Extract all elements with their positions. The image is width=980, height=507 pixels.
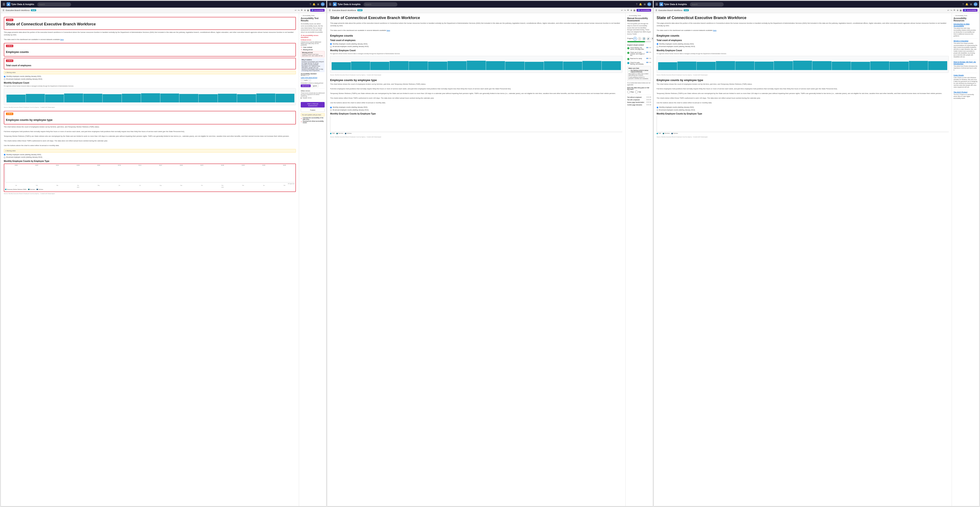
resource-2-title[interactable]: WCAG 2 Checklist bbox=[954, 40, 977, 42]
prev-btn[interactable]: ‹ bbox=[301, 79, 303, 81]
resources-breadcrumb[interactable]: ← Accessibility Tools bbox=[954, 15, 977, 16]
bell-icon-2[interactable]: 🔔 bbox=[639, 3, 642, 6]
rdot-3-3[interactable] bbox=[650, 102, 651, 103]
rdot-4-2[interactable] bbox=[648, 104, 649, 105]
search-input-3[interactable] bbox=[690, 2, 724, 6]
hamburger-icon-2[interactable]: ☰ bbox=[329, 3, 332, 6]
dot-1-1[interactable] bbox=[646, 47, 648, 48]
share-icon-3[interactable]: ⊕ bbox=[957, 9, 958, 11]
rdot-2-3[interactable] bbox=[650, 99, 651, 100]
learn-more-link[interactable]: Learn more about alt text bbox=[301, 77, 325, 78]
rdot-1-1[interactable] bbox=[646, 97, 648, 98]
step-icon-audio[interactable]: 🔊 bbox=[646, 37, 650, 41]
question-icon-2[interactable]: ? bbox=[636, 3, 637, 5]
datasets-link-2[interactable]: here bbox=[387, 29, 390, 31]
search-input-2[interactable] bbox=[364, 2, 398, 6]
datasets-link-3[interactable]: here bbox=[713, 29, 716, 31]
bell-icon-1[interactable]: 🔔 bbox=[313, 3, 315, 6]
redo-icon-2[interactable]: ↪ bbox=[624, 9, 626, 11]
radio-biannual-4[interactable]: Bi-annual employee counts (starting Janu… bbox=[330, 109, 622, 111]
radio-monthly-2[interactable]: Monthly employee counts (starting Januar… bbox=[4, 154, 296, 156]
redo-icon-1[interactable]: ↪ bbox=[298, 9, 299, 11]
radio-biannual-3[interactable]: Bi-annual employee counts (starting Janu… bbox=[330, 46, 622, 48]
pass-option[interactable]: Pass bbox=[627, 91, 634, 93]
dot-1-2[interactable] bbox=[648, 47, 649, 48]
grid-icon-3[interactable]: ⊞ bbox=[970, 3, 972, 6]
avatar-1[interactable]: PJ bbox=[321, 2, 325, 6]
resource-4-title[interactable]: Color Oracle bbox=[954, 74, 977, 76]
datasets-link-1[interactable]: here bbox=[60, 38, 64, 40]
eye-icon-1[interactable]: 👁 bbox=[301, 9, 303, 11]
eye-icon-2[interactable]: 👁 bbox=[627, 9, 629, 11]
dot-4-2[interactable] bbox=[648, 62, 649, 63]
undo-icon-1[interactable]: ↩ bbox=[295, 9, 296, 11]
grid-icon-1[interactable]: ⊞ bbox=[317, 3, 319, 6]
resource-1-title[interactable]: Introduction to Web Accessibility bbox=[954, 23, 977, 27]
accessibility-button-2[interactable]: ♿ Accessibility bbox=[636, 9, 651, 12]
next-btn[interactable]: › bbox=[308, 79, 311, 81]
rdot-4-3[interactable] bbox=[650, 104, 651, 105]
radio-biannual-1[interactable]: Bi-annual employee counts (starting Janu… bbox=[4, 78, 296, 80]
share-icon-1[interactable]: ⊕ bbox=[304, 9, 306, 11]
resource-3-title[interactable]: How to Design 'Alt Text': An Introductio… bbox=[954, 61, 977, 65]
search-input-1[interactable] bbox=[37, 2, 71, 6]
rdot-2-1[interactable] bbox=[646, 99, 648, 100]
dot-1-3[interactable] bbox=[650, 47, 651, 48]
radio-monthly-3[interactable]: Monthly employee counts (starting Januar… bbox=[330, 43, 622, 45]
table-icon-2[interactable]: ▦ bbox=[633, 9, 635, 11]
dot-3-2[interactable] bbox=[648, 58, 649, 59]
undo-icon-2[interactable]: ↩ bbox=[621, 9, 623, 11]
rdot-3-1[interactable] bbox=[646, 102, 648, 103]
start-manual-btn[interactable]: Start a Manual Assessment bbox=[301, 102, 325, 107]
table-icon-3[interactable]: ▦ bbox=[960, 9, 962, 11]
manual-breadcrumb[interactable]: ← Accessibility Tools bbox=[627, 15, 651, 16]
share-icon-2[interactable]: ⊕ bbox=[630, 9, 632, 11]
hamburger-icon-3[interactable]: ☰ bbox=[655, 3, 658, 6]
ignore-btn[interactable]: Ignore bbox=[311, 84, 318, 87]
radio-monthly-6[interactable]: Monthly employee counts (starting Januar… bbox=[657, 106, 949, 108]
redo-icon-3[interactable]: ↪ bbox=[950, 9, 952, 11]
radio-biannual-5[interactable]: Bi-annual employee counts (starting Janu… bbox=[657, 46, 949, 48]
question-icon-1[interactable]: ? bbox=[310, 3, 311, 5]
accessibility-tools-breadcrumb[interactable]: ← Accessibility Tools bbox=[301, 15, 325, 16]
bell-icon-3[interactable]: 🔔 bbox=[966, 3, 968, 6]
hamburger-icon-1[interactable]: ☰ bbox=[3, 3, 5, 6]
dot-4-1[interactable] bbox=[646, 62, 648, 63]
step-icon-text[interactable]: 🔤 bbox=[642, 37, 646, 41]
grid-icon-2[interactable]: ⊞ bbox=[644, 3, 646, 6]
undo-icon-3[interactable]: ↩ bbox=[947, 9, 949, 11]
table-icon-1[interactable]: ▦ bbox=[307, 9, 309, 11]
step-icon-eye[interactable]: 👁 bbox=[633, 37, 637, 41]
step-icon-doc[interactable]: 📋 bbox=[638, 37, 641, 41]
add-alt-btn[interactable]: Add alt text bbox=[301, 84, 311, 87]
dot-3-3[interactable] bbox=[650, 58, 651, 59]
radio-monthly-1[interactable]: Monthly employee counts (starting Januar… bbox=[4, 75, 296, 78]
toolbar-hamburger-2[interactable]: ☰ bbox=[329, 9, 331, 11]
radio-biannual-2[interactable]: Bi-annual employee counts (starting Janu… bbox=[4, 156, 296, 158]
dot-2-3[interactable] bbox=[650, 52, 651, 53]
dot-2-2[interactable] bbox=[648, 52, 649, 53]
avatar-3[interactable]: PJ bbox=[974, 2, 977, 6]
question-icon-3[interactable]: ? bbox=[963, 3, 964, 5]
rdot-2-2[interactable] bbox=[648, 99, 649, 100]
radio-biannual-6[interactable]: Bi-annual employee counts (starting Janu… bbox=[657, 109, 949, 111]
publish-btn[interactable]: Publish bbox=[301, 108, 325, 112]
avatar-2[interactable]: PJ bbox=[648, 2, 651, 6]
accessibility-button-3[interactable]: ♿ Accessibility bbox=[963, 9, 977, 12]
dot-2-1[interactable] bbox=[646, 52, 648, 53]
dot-4-3[interactable] bbox=[650, 62, 651, 63]
rdot-3-2[interactable] bbox=[648, 102, 649, 103]
header-errors-item[interactable]: ▶ Header errors bbox=[301, 97, 325, 99]
fail-option[interactable]: Fail bbox=[635, 91, 641, 93]
rdot-1-2[interactable] bbox=[648, 97, 649, 98]
eye-icon-3[interactable]: 👁 bbox=[953, 9, 956, 11]
toolbar-hamburger-3[interactable]: ☰ bbox=[655, 9, 657, 11]
step-icon-gear[interactable]: ⚙ bbox=[651, 37, 653, 41]
toolbar-hamburger-1[interactable]: ☰ bbox=[3, 9, 5, 11]
dot-3-1[interactable] bbox=[646, 58, 648, 59]
radio-monthly-4[interactable]: Monthly employee counts (starting Januar… bbox=[330, 106, 622, 108]
resource-5-title[interactable]: The A11Y Project bbox=[954, 91, 977, 93]
rdot-1-3[interactable] bbox=[650, 97, 651, 98]
accessibility-button-1[interactable]: ♿ Accessibility bbox=[310, 9, 325, 12]
rdot-4-1[interactable] bbox=[646, 104, 648, 105]
